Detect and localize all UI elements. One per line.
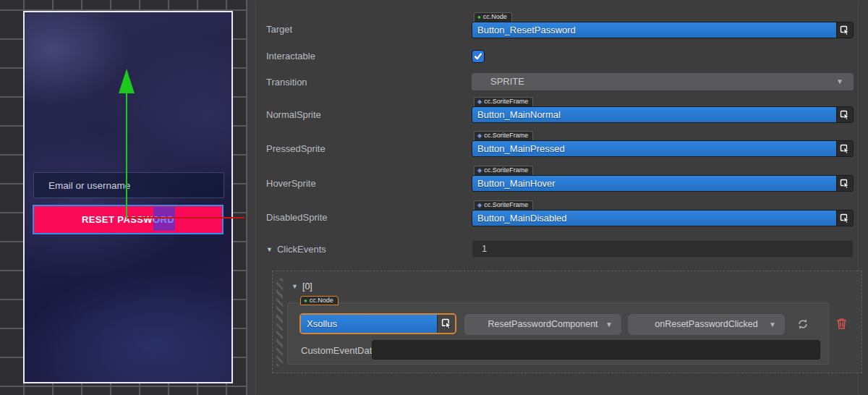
click-events-count-field[interactable]: 1 — [472, 240, 854, 258]
disabled-sprite-value: Button_MainDisabled — [477, 213, 567, 224]
spriteframe-type-dot-icon: ◆ — [477, 132, 482, 139]
node-picker-icon[interactable] — [836, 141, 853, 156]
trash-icon[interactable] — [834, 316, 848, 331]
interactable-checkbox[interactable] — [472, 50, 485, 63]
target-type-badge: ●cc.Node — [474, 12, 512, 22]
node-picker-icon[interactable] — [836, 176, 853, 191]
hover-sprite-value: Button_MainHover — [477, 178, 556, 189]
handler-dropdown[interactable]: onResetPasswordClicked ▼ — [628, 314, 785, 335]
move-gizmo-plane-handle[interactable] — [153, 207, 175, 231]
hover-sprite-label: HoverSprite — [266, 178, 316, 189]
scene-view[interactable]: RESET PASSWORD — [0, 0, 247, 395]
hover-sprite-type-badge: ◆cc.SoriteFrame — [474, 166, 533, 175]
node-picker-icon[interactable] — [836, 107, 853, 122]
component-dropdown[interactable]: ResetPasswordComponent ▼ — [464, 314, 621, 335]
interactable-label: Interactable — [266, 51, 315, 61]
transition-dropdown[interactable]: SPRITE ▼ — [472, 73, 854, 90]
target-node-value: Button_ResetPassword — [477, 25, 576, 35]
disabled-sprite-type-badge: ◆cc.SoriteFrame — [474, 200, 533, 210]
group-hatch-strip — [276, 279, 283, 366]
pressed-sprite-value: Button_MainPressed — [477, 143, 565, 154]
event-index-header[interactable]: ▼[0] — [292, 281, 312, 292]
chevron-down-icon: ▼ — [836, 73, 843, 90]
disabled-sprite-field[interactable]: Button_MainDisabled — [472, 210, 854, 226]
custom-event-data-input[interactable] — [372, 340, 820, 360]
collapse-triangle-icon[interactable]: ▼ — [292, 283, 298, 290]
chevron-down-icon: ▼ — [769, 314, 776, 335]
move-gizmo-y-arrow-icon[interactable] — [119, 69, 135, 93]
event-node-type-badge: ●cc.Node — [300, 296, 339, 305]
spriteframe-type-dot-icon: ◆ — [477, 167, 482, 174]
transition-value: SPRITE — [490, 76, 524, 87]
pressed-sprite-label: PressedSprite — [266, 143, 326, 154]
collapse-triangle-icon[interactable]: ▼ — [266, 246, 273, 253]
custom-event-data-label: CustomEventData — [301, 345, 378, 356]
reset-password-button[interactable]: RESET PASSWORD — [33, 205, 224, 234]
pressed-sprite-type-badge: ◆cc.SoriteFrame — [474, 131, 533, 140]
editor-window: RESET PASSWORD Target ●cc.Node Button_Re… — [0, 0, 868, 395]
move-gizmo-x-axis[interactable] — [127, 217, 244, 218]
node-picker-icon[interactable] — [836, 211, 853, 226]
normal-sprite-label: NormalSprite — [266, 109, 321, 120]
move-gizmo-y-axis[interactable] — [126, 93, 127, 218]
node-picker-icon[interactable] — [836, 22, 853, 38]
normal-sprite-type-badge: ◆cc.SoriteFrame — [474, 97, 533, 106]
click-event-group: ▼[0] ●cc.Node Xsollus ResetPass — [272, 271, 862, 373]
chevron-down-icon: ▼ — [605, 314, 613, 335]
target-node-field[interactable]: Button_ResetPassword — [472, 22, 854, 38]
spriteframe-type-dot-icon: ◆ — [477, 202, 482, 208]
component-value: ResetPasswordComponent — [488, 319, 597, 329]
inspector-left-divider — [255, 0, 256, 395]
check-icon — [473, 51, 483, 61]
disabled-sprite-label: DisabledSprite — [266, 212, 328, 223]
node-type-dot-icon: ● — [477, 14, 481, 20]
normal-sprite-value: Button_MainNormal — [477, 109, 561, 120]
node-type-dot-icon: ● — [304, 297, 307, 304]
pressed-sprite-field[interactable]: Button_MainPressed — [472, 140, 854, 157]
event-node-value: Xsollus — [301, 315, 437, 333]
target-label: Target — [266, 24, 292, 35]
event-node-field[interactable]: Xsollus — [299, 313, 456, 334]
event-detail-panel: ●cc.Node Xsollus ResetPasswordComponent … — [287, 302, 829, 365]
node-picker-icon[interactable] — [437, 315, 455, 333]
refresh-icon[interactable] — [796, 317, 810, 331]
transition-label: Transition — [266, 77, 307, 88]
hover-sprite-field[interactable]: Button_MainHover — [472, 175, 854, 192]
email-input[interactable] — [33, 172, 224, 198]
click-events-label[interactable]: ▼ClickEvents — [266, 244, 326, 255]
design-canvas[interactable]: RESET PASSWORD — [23, 11, 233, 383]
spriteframe-type-dot-icon: ◆ — [477, 98, 482, 105]
normal-sprite-field[interactable]: Button_MainNormal — [472, 106, 854, 123]
handler-value: onResetPasswordClicked — [655, 319, 757, 329]
button-component-inspector: Target ●cc.Node Button_ResetPassword Int… — [249, 0, 868, 395]
